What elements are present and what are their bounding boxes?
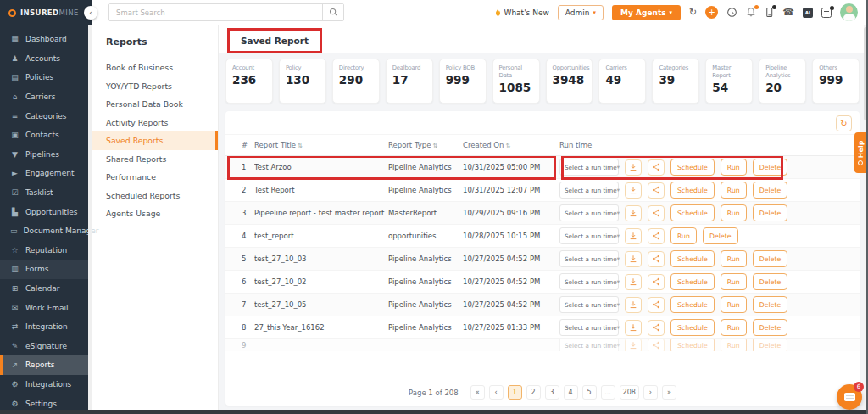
delete-button[interactable]: Delete: [753, 182, 788, 199]
run-button[interactable]: Run: [670, 227, 697, 244]
share-button[interactable]: [648, 182, 665, 199]
download-button[interactable]: [625, 159, 642, 176]
share-button[interactable]: [648, 320, 665, 336]
schedule-button[interactable]: Schedule: [670, 250, 715, 267]
share-button[interactable]: [648, 274, 665, 290]
page-button[interactable]: ›: [643, 385, 658, 400]
reports-nav-item-performance[interactable]: Performance: [92, 168, 218, 187]
share-button[interactable]: [648, 297, 665, 313]
run-time-select[interactable]: Select a run time ▾: [559, 159, 619, 176]
column-label[interactable]: Report Title: [254, 141, 296, 149]
sidebar-item-pipelines[interactable]: ▼ Pipelines: [0, 145, 89, 165]
stat-card-account[interactable]: Account 236: [225, 59, 273, 104]
run-button[interactable]: Run: [721, 296, 747, 313]
sidebar-item-reputation[interactable]: ☆ Reputation: [0, 241, 89, 260]
sidebar-collapse-button[interactable]: ‹: [84, 6, 97, 20]
notifications-button[interactable]: [746, 7, 756, 18]
delete-button[interactable]: Delete: [753, 296, 788, 313]
sidebar-item-esignature[interactable]: ✎ eSignature: [0, 337, 89, 356]
add-new-button[interactable]: +: [705, 6, 718, 19]
sidebar-item-integration[interactable]: ⇄ Integration: [0, 317, 89, 337]
stat-card-personal-data[interactable]: Personal Data 1085: [492, 59, 540, 104]
reports-nav-item-agents-usage[interactable]: Agents Usage: [92, 204, 218, 223]
run-time-select[interactable]: Select a run time ▾: [559, 182, 619, 199]
stat-card-master-report[interactable]: Master Report 54: [705, 59, 753, 104]
schedule-button[interactable]: Schedule: [670, 182, 715, 199]
sort-icon[interactable]: ⇅: [505, 143, 510, 149]
run-time-select[interactable]: Select a run time ▾: [559, 319, 619, 336]
download-button[interactable]: [625, 182, 642, 199]
run-time-select[interactable]: Select a run time ▾: [559, 227, 619, 244]
page-button[interactable]: 3: [545, 385, 559, 400]
reports-nav-item-book-of-business[interactable]: Book of Business: [92, 59, 218, 77]
sidebar-item-integrations[interactable]: ⚙ Integrations: [0, 375, 89, 394]
sidebar-item-engagement[interactable]: ► Engagement: [0, 164, 89, 183]
run-time-select[interactable]: Select a run time ▾: [559, 296, 619, 313]
stat-card-opportunities[interactable]: Opportunities 3948: [546, 59, 593, 104]
apps-button[interactable]: [821, 8, 832, 18]
refresh-icon[interactable]: ↻: [689, 8, 697, 17]
sidebar-item-contacts[interactable]: ▣ Contacts: [0, 126, 89, 145]
help-tab[interactable]: Help: [854, 132, 866, 173]
stat-card-categories[interactable]: Categories 39: [652, 59, 699, 104]
schedule-button[interactable]: Schedule: [670, 273, 715, 290]
ai-dialer-button[interactable]: AI: [803, 8, 813, 18]
sidebar-item-opportunities[interactable]: ▙ Opportunities: [0, 202, 89, 221]
share-button[interactable]: [648, 251, 665, 267]
run-button[interactable]: Run: [721, 250, 747, 267]
column-label[interactable]: #: [242, 141, 248, 149]
download-button[interactable]: [625, 320, 642, 336]
run-time-select[interactable]: Select a run time ▾: [559, 250, 619, 267]
page-button[interactable]: 5: [582, 385, 597, 400]
sidebar-item-work-email[interactable]: ✉ Work Email: [0, 298, 89, 317]
table-refresh-button[interactable]: ↻: [836, 115, 852, 131]
schedule-button[interactable]: Schedule: [670, 204, 715, 221]
schedule-button[interactable]: Schedule: [670, 319, 715, 336]
delete-button[interactable]: Delete: [703, 227, 738, 244]
recent-activity-button[interactable]: [726, 7, 737, 18]
sidebar-item-forms[interactable]: ▥ Forms: [0, 260, 89, 279]
delete-button[interactable]: Delete: [753, 204, 788, 221]
run-button[interactable]: Run: [721, 339, 747, 351]
stat-card-policy-bob[interactable]: Policy BOB 999: [439, 59, 487, 104]
download-button[interactable]: [625, 274, 642, 290]
phone-button[interactable]: ☎: [782, 8, 794, 17]
sidebar-item-calendar[interactable]: ⊞ Calendar: [0, 279, 89, 299]
share-button[interactable]: [648, 339, 665, 351]
sidebar-item-tasklist[interactable]: ☑ Tasklist: [0, 183, 89, 203]
page-button[interactable]: 208: [620, 385, 639, 400]
delete-button[interactable]: Delete: [753, 339, 788, 351]
whats-new-link[interactable]: What's New: [494, 8, 549, 17]
sidebar-item-accounts[interactable]: ♟ Accounts: [0, 49, 89, 69]
reports-nav-item-saved-reports[interactable]: Saved Reports: [92, 131, 218, 150]
delete-button[interactable]: Delete: [753, 250, 788, 267]
download-button[interactable]: [625, 251, 642, 267]
reports-nav-item-yoy-ytd-reports[interactable]: YOY/YTD Reports: [92, 77, 218, 96]
sidebar-item-policies[interactable]: ▤ Policies: [0, 68, 89, 87]
download-button[interactable]: [625, 297, 642, 313]
stat-card-others[interactable]: Others 999: [812, 59, 860, 104]
sidebar-item-reports[interactable]: ↗ Reports: [0, 355, 89, 375]
reports-nav-item-personal-data-book[interactable]: Personal Data Book: [92, 95, 218, 114]
sidebar-item-dashboard[interactable]: ▦ Dashboard: [0, 30, 89, 49]
run-button[interactable]: Run: [721, 273, 747, 290]
reports-nav-item-scheduled-reports[interactable]: Scheduled Reports: [92, 187, 218, 205]
run-button[interactable]: Run: [721, 204, 747, 221]
page-button[interactable]: 4: [564, 385, 578, 400]
schedule-button[interactable]: Schedule: [670, 159, 715, 176]
column-label[interactable]: Report Type: [388, 141, 431, 149]
stat-card-dealboard[interactable]: Dealboard 17: [386, 59, 433, 104]
page-button[interactable]: »: [662, 385, 676, 400]
run-button[interactable]: Run: [721, 319, 747, 336]
admin-dropdown[interactable]: Admin ▾: [558, 5, 604, 20]
download-button[interactable]: [625, 228, 642, 244]
run-button[interactable]: Run: [721, 159, 747, 176]
user-avatar[interactable]: [840, 3, 858, 21]
sidebar-scrollbar[interactable]: [88, 25, 92, 414]
reports-nav-item-shared-reports[interactable]: Shared Reports: [92, 150, 218, 169]
search-button[interactable]: [322, 4, 343, 20]
sidebar-item-categories[interactable]: ≡ Categories: [0, 106, 89, 126]
page-button[interactable]: 1: [508, 385, 522, 400]
stat-card-carriers[interactable]: Carriers 49: [598, 59, 646, 104]
page-button[interactable]: ...: [601, 385, 615, 400]
